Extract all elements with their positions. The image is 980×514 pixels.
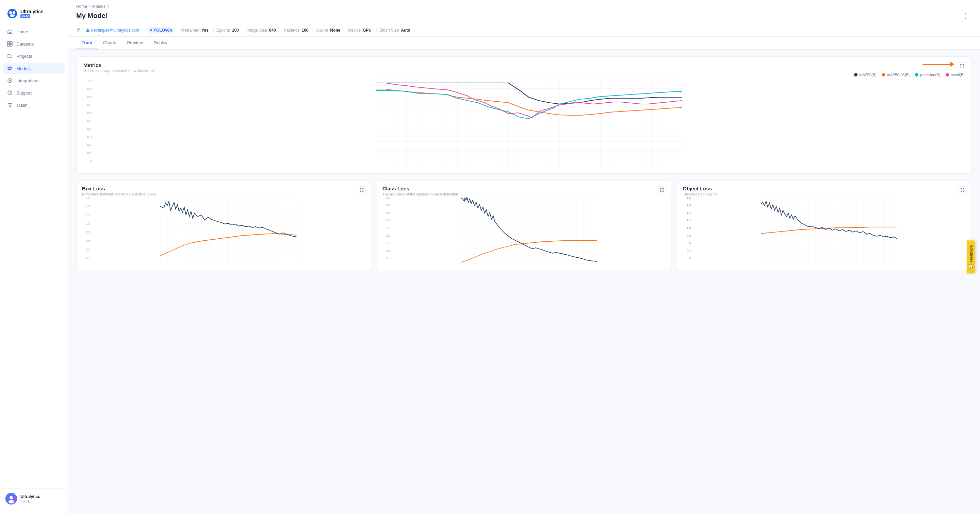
tab-deploy[interactable]: Deploy [148,37,173,49]
lock-icon [76,27,81,33]
chart-legend: mAP50(B) mAP50-95(B) precision(B) recall… [83,73,965,77]
metrics-chart-wrapper: 1.0 0.9 0.8 0.7 0.6 0.5 0.4 0.3 0.2 0.1 … [83,79,965,168]
metrics-chart-inner: 0 6 12 18 24 30 36 42 48 54 60 [93,79,965,168]
sidebar-item-models[interactable]: Models [3,63,65,74]
user-plan: FREE [21,499,40,503]
more-options-button[interactable]: ⋮ [959,10,972,21]
svg-rect-14 [77,30,80,32]
trash-icon [7,102,13,108]
box-loss-y-axis: 1.6 1.4 1.2 1.0 0.8 0.6 0.4 0.2 [82,196,90,265]
object-loss-y-axis: 1.8 1.6 1.4 1.2 1.0 0.8 0.6 0.4 0.2 [682,196,691,265]
cache-value: None [330,28,340,33]
ultralytics-logo-icon [7,8,18,19]
image-size-value: 640 [269,28,276,33]
avatar [5,493,17,504]
expand-class-loss-button[interactable] [658,186,666,194]
pretrained-value: Yes [202,28,208,33]
model-info-bar: developer@ultralytics.com YOLOv8n Pretra… [68,24,980,37]
breadcrumb-models[interactable]: Models [92,4,105,9]
sidebar-nav: Home Datasets Projects Models Integratio… [0,26,68,489]
page-title: My Model [76,12,107,20]
sidebar-item-home[interactable]: Home [3,26,65,37]
arrow-line [923,64,950,65]
svg-point-3 [10,14,14,17]
box-loss-card: Box Loss Difference between predicted an… [76,181,371,270]
sidebar-item-trash[interactable]: Trash [3,99,65,111]
tab-preview[interactable]: Preview [121,37,148,49]
patience-value: 100 [302,28,309,33]
batch-size-info: Batch Size Auto [376,28,413,33]
feedback-label: Feedback [969,246,973,263]
tab-train[interactable]: Train [76,37,98,49]
svg-point-1 [9,11,12,14]
expand-object-loss-button[interactable] [959,186,966,194]
user-email-text: developer@ultralytics.com [91,28,139,33]
breadcrumb: Home > Models > [76,4,972,9]
box-loss-svg [92,196,366,264]
feedback-button[interactable]: 💬 Feedback [967,241,975,274]
user-info: Ultralytics FREE [21,494,40,503]
legend-dot-map50 [854,73,858,76]
svg-point-9 [9,80,11,81]
svg-rect-5 [10,41,12,43]
sidebar-item-support-label: Support [16,90,32,95]
projects-icon [7,53,13,59]
expand-box-loss-button[interactable] [358,186,366,194]
sidebar: Ultralytics BETA Home Datasets Projects [0,0,68,514]
legend-label-recall: recall(B) [951,73,965,77]
breadcrumb-home[interactable]: Home [76,4,87,9]
models-icon [7,65,13,71]
class-loss-card: Class Loss The accuracy of the classes i… [377,181,672,270]
legend-precision: precision(B) [915,73,940,77]
pretrained-info: Pretrained Yes [178,28,211,33]
class-loss-chart-wrapper: 4.5 4.0 3.5 3.0 2.5 2.0 1.5 1.0 0.5 [382,196,666,265]
cache-label: Cache [317,28,328,33]
box-loss-chart-inner [92,196,366,265]
object-loss-chart-inner [692,196,966,265]
arrow-head [950,62,955,67]
device-value: GPU [363,28,372,33]
svg-point-15 [87,29,89,30]
image-size-info: Image Size 640 [243,28,279,33]
svg-point-10 [8,91,12,95]
datasets-icon [7,41,13,47]
svg-rect-29 [461,196,597,264]
patience-label: Patience [284,28,300,33]
sidebar-item-integrations-label: Integrations [16,78,40,83]
svg-point-2 [13,11,15,14]
tabs-bar: Train Charts Preview Deploy [68,37,980,50]
metrics-card: Metrics Model accuracy measured on valid… [76,56,972,174]
legend-recall: recall(B) [946,73,965,77]
epochs-label: Epochs [216,28,230,33]
object-loss-card: Object Loss The detected objects 1.8 1.6… [677,181,972,270]
user-profile[interactable]: Ultralytics FREE [0,489,68,509]
metrics-chart-svg: 0 6 12 18 24 30 36 42 48 54 60 [93,79,965,168]
patience-info: Patience 100 [281,28,311,33]
box-loss-subtitle: Difference between predicted and true bo… [82,192,366,196]
home-icon [7,29,13,35]
sidebar-item-datasets[interactable]: Datasets [3,38,65,50]
object-loss-subtitle: The detected objects [682,192,966,196]
class-loss-svg [392,196,666,264]
object-loss-title: Object Loss [682,186,966,191]
legend-label-map5095: mAP50-95(B) [887,73,910,77]
sidebar-item-support[interactable]: Support [3,87,65,98]
header: Home > Models > My Model ⋮ [68,0,980,24]
class-loss-title: Class Loss [382,186,666,191]
class-loss-subtitle: The accuracy of the classes in each dete… [382,192,666,196]
expand-metrics-button[interactable] [958,62,966,70]
device-label: Device [348,28,361,33]
user-email: developer@ultralytics.com [86,28,139,33]
page-title-row: My Model ⋮ [76,10,972,21]
box-loss-title: Box Loss [82,186,366,191]
device-info: Device GPU [345,28,374,33]
legend-map50: mAP50(B) [854,73,877,77]
legend-dot-precision [915,73,918,76]
class-loss-chart-inner [392,196,666,265]
sidebar-item-integrations[interactable]: Integrations [3,75,65,86]
sidebar-item-projects[interactable]: Projects [3,50,65,62]
tab-charts[interactable]: Charts [98,37,121,49]
svg-rect-7 [10,44,12,46]
legend-dot-map5095 [882,73,885,76]
image-size-label: Image Size [247,28,267,33]
